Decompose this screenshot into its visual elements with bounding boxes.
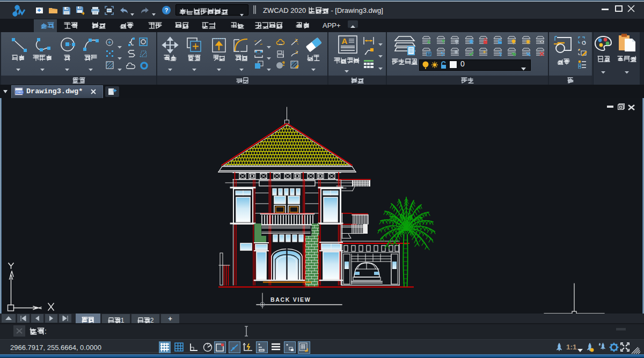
- svg-text:A: A: [342, 36, 348, 46]
- svg-text:DWG: DWG: [16, 91, 23, 94]
- svg-text:?: ?: [165, 7, 169, 13]
- svg-text:BACK VIEW: BACK VIEW: [270, 296, 311, 303]
